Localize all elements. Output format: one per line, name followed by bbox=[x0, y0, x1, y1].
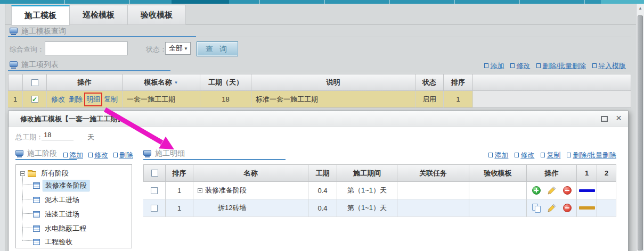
menu-band-active-segment bbox=[172, 0, 229, 4]
detail-row-checkbox[interactable] bbox=[151, 187, 158, 194]
header-checkbox-cell bbox=[23, 74, 47, 91]
scroll-up-icon[interactable]: ▲ bbox=[637, 6, 644, 11]
monitor-icon bbox=[10, 28, 18, 34]
tab-acceptance-template[interactable]: 验收模板 bbox=[128, 5, 186, 25]
delete-batch-delete-link[interactable]: 删除/批量删除 bbox=[536, 61, 586, 71]
table-icon bbox=[33, 182, 40, 189]
top-menu-band bbox=[0, 0, 644, 4]
row-filler bbox=[473, 91, 631, 108]
detail-row-accept bbox=[469, 199, 527, 217]
search-button[interactable]: 查 询 bbox=[197, 41, 238, 56]
tree-node-stage-3[interactable]: 油漆工进场 bbox=[33, 209, 81, 220]
row-edit-link[interactable]: 修改 bbox=[51, 95, 65, 104]
remove-icon[interactable] bbox=[563, 204, 572, 212]
detail-edit-link[interactable]: 修改 bbox=[515, 150, 534, 160]
total-duration-input[interactable] bbox=[42, 131, 74, 140]
tree-node-stage-4[interactable]: 水电隐蔽工程 bbox=[33, 223, 88, 234]
detail-row-checkbox[interactable] bbox=[151, 205, 158, 212]
detail-header-day1: 1 bbox=[577, 164, 597, 182]
row-duration: 18 bbox=[200, 91, 251, 108]
edit-pencil-icon[interactable] bbox=[548, 204, 556, 212]
stage-edit-link[interactable]: 修改 bbox=[88, 150, 108, 160]
row-number: 1 bbox=[8, 91, 23, 108]
row-checkbox-checked[interactable]: ✓ bbox=[31, 96, 38, 103]
status-select[interactable]: 全部 ▼ bbox=[165, 42, 191, 55]
tree-node-label: 装修准备阶段 bbox=[43, 180, 89, 191]
add-link[interactable]: 添加 bbox=[484, 61, 504, 71]
details-section-underline bbox=[143, 159, 286, 160]
remove-icon[interactable] bbox=[563, 186, 572, 195]
scrollbar-thumb[interactable] bbox=[638, 15, 643, 250]
table-icon bbox=[33, 225, 40, 232]
copy-icon[interactable] bbox=[532, 204, 541, 212]
tree-node-stage-1[interactable]: 装修准备阶段 bbox=[33, 180, 89, 191]
edit-template-dialog: 修改施工模板【一套一施工工期】 × 总工期： 天 施工阶段 添加 修改 删除 bbox=[8, 111, 629, 251]
detail-row-day2-cell bbox=[597, 182, 616, 199]
detail-row-day2-cell bbox=[597, 199, 616, 217]
link-box-icon bbox=[515, 153, 519, 157]
folder-icon bbox=[28, 171, 36, 177]
table-icon bbox=[33, 239, 40, 245]
header-order: 排序 bbox=[444, 74, 473, 91]
select-all-checkbox[interactable] bbox=[31, 79, 38, 86]
detail-row-name: 拆12砖墙 bbox=[218, 203, 246, 213]
tab-inspection-template[interactable]: 巡检模板 bbox=[70, 5, 128, 25]
stage-delete-link[interactable]: 删除 bbox=[113, 150, 133, 160]
detail-row-name-cell: 装修准备阶段 bbox=[193, 182, 308, 199]
row-operations: 修改 删除 明细 复制 bbox=[47, 91, 123, 108]
dialog-title: 修改施工模板【一套一施工工期】 bbox=[9, 111, 628, 127]
left-edge-strip bbox=[0, 4, 5, 251]
close-icon[interactable]: × bbox=[616, 112, 622, 124]
chevron-down-icon: ▼ bbox=[184, 46, 188, 51]
detail-row-task bbox=[397, 199, 469, 217]
tree-node-label: 泥木工进场 bbox=[43, 195, 81, 205]
tree-connector bbox=[22, 213, 33, 214]
detail-row-duration: 0.4 bbox=[308, 182, 337, 199]
detail-header-accept-template: 验收模板 bbox=[469, 164, 527, 182]
detail-row-operations bbox=[527, 182, 577, 199]
import-template-link[interactable]: 导入模版 bbox=[592, 61, 626, 71]
details-section-title: 施工明细 bbox=[155, 149, 185, 158]
row-status: 启用 bbox=[415, 91, 444, 108]
add-icon[interactable] bbox=[532, 186, 541, 195]
detail-row-operations bbox=[527, 199, 577, 217]
edit-link[interactable]: 修改 bbox=[510, 61, 530, 71]
total-duration-unit: 天 bbox=[87, 132, 94, 142]
detail-row-checkbox-cell bbox=[143, 199, 166, 217]
row-description: 标准一套一施工工期 bbox=[251, 91, 415, 108]
row-template-name: 一套一施工工期 bbox=[123, 91, 200, 108]
row-delete-link[interactable]: 删除 bbox=[69, 95, 83, 104]
keyword-input[interactable] bbox=[45, 41, 128, 55]
stages-section-header: 施工阶段 bbox=[15, 149, 57, 158]
tree-node-stage-5[interactable]: 工程验收 bbox=[33, 237, 75, 247]
link-box-icon bbox=[113, 153, 118, 157]
detail-row-task bbox=[397, 182, 469, 199]
row-copy-link[interactable]: 复制 bbox=[104, 95, 118, 104]
tree-node-stage-2[interactable]: 泥木工进场 bbox=[33, 195, 81, 205]
detail-row-period: 第（1~1）天 bbox=[337, 182, 397, 199]
header-template-name[interactable]: 模板名称▼ bbox=[123, 74, 200, 91]
collapse-icon[interactable] bbox=[20, 171, 25, 176]
tab-construction-template[interactable]: 施工模板 bbox=[11, 5, 70, 26]
detail-delete-batch-link[interactable]: 删除/批量删除 bbox=[567, 150, 616, 160]
header-status: 状态 bbox=[415, 74, 444, 91]
details-toolbar: 添加 修改 复制 删除/批量删除 bbox=[488, 150, 616, 160]
detail-header-duration: 工期 bbox=[308, 164, 337, 182]
edit-pencil-icon[interactable] bbox=[548, 186, 556, 195]
tree-root-all-stages[interactable]: 所有阶段 bbox=[20, 168, 71, 179]
menu-band-right-segment bbox=[601, 0, 644, 4]
list-section-header: 施工项列表 bbox=[10, 60, 59, 70]
row-order: 1 bbox=[444, 91, 473, 108]
link-box-icon bbox=[592, 63, 597, 68]
monitor-icon bbox=[143, 150, 151, 156]
detail-row-checkbox-cell bbox=[143, 182, 166, 199]
maximize-icon[interactable] bbox=[601, 116, 608, 122]
row-detail-link[interactable]: 明细 bbox=[86, 95, 100, 104]
header-filler bbox=[473, 74, 631, 91]
collapse-icon[interactable] bbox=[198, 188, 202, 193]
detail-row-period: 第（1~1）天 bbox=[337, 199, 397, 217]
detail-copy-link[interactable]: 复制 bbox=[541, 150, 560, 160]
detail-row-name-cell: 拆12砖墙 bbox=[193, 199, 308, 217]
detail-add-link[interactable]: 添加 bbox=[488, 150, 508, 160]
detail-select-all-checkbox[interactable] bbox=[151, 170, 158, 177]
